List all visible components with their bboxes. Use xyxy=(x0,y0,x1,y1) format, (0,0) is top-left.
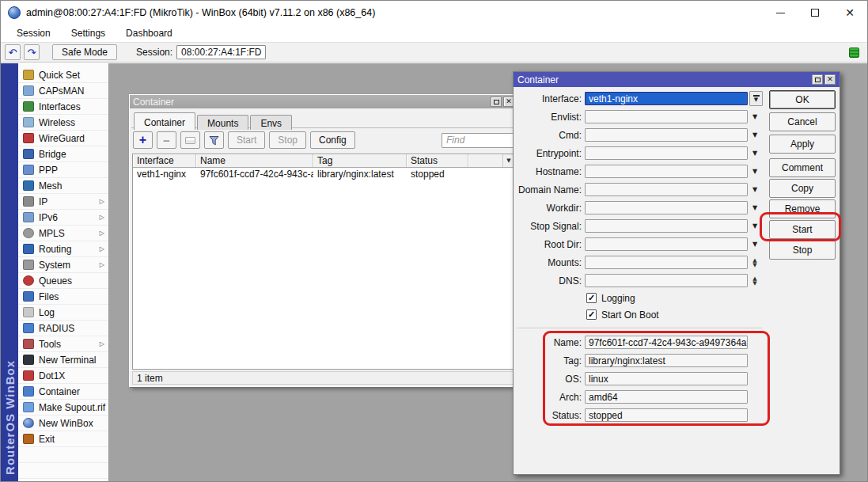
session-field[interactable]: 08:00:27:A4:1F:FD xyxy=(176,45,266,59)
domain-name-field[interactable] xyxy=(585,183,748,196)
maximize-icon xyxy=(811,9,819,17)
sidebar-item-container[interactable]: Container xyxy=(18,384,108,400)
stop-button[interactable]: Stop xyxy=(769,241,836,260)
sidebar-item-interfaces[interactable]: Interfaces xyxy=(18,99,108,115)
app-body: RouterOS WinBox Quick Set CAPsMAN Interf… xyxy=(1,63,867,481)
dropdown-arrow-icon[interactable]: ▼ xyxy=(748,113,762,120)
safe-mode-button[interactable]: Safe Mode xyxy=(52,44,117,60)
sidebar-item-dot1x[interactable]: Dot1X xyxy=(18,368,108,384)
queues-icon xyxy=(23,275,34,286)
dns-field[interactable] xyxy=(585,274,748,287)
menubar: Session Settings Dashboard xyxy=(1,25,867,42)
mounts-field[interactable] xyxy=(585,256,748,269)
stop-signal-field[interactable] xyxy=(585,219,748,233)
dropdown-arrow-icon[interactable]: ▼ xyxy=(748,131,762,139)
maximize-button[interactable] xyxy=(798,1,832,25)
menu-dashboard[interactable]: Dashboard xyxy=(118,26,180,41)
copy-button[interactable]: Copy xyxy=(769,179,836,198)
dropdown-arrow-icon[interactable]: ▼ xyxy=(748,150,762,157)
workdir-field[interactable] xyxy=(585,201,748,214)
sidebar-item-new-winbox[interactable]: New WinBox xyxy=(18,416,108,431)
filter-button[interactable] xyxy=(204,131,224,149)
comment-button[interactable]: Comment xyxy=(769,158,836,177)
start-button[interactable]: Start xyxy=(769,220,836,239)
sidebar-item-log[interactable]: Log xyxy=(18,305,108,321)
radius-user-icon xyxy=(23,323,34,333)
sidebar-item-routing[interactable]: Routing▷ xyxy=(18,241,108,257)
sidebar-item-tools[interactable]: Tools▷ xyxy=(18,336,108,352)
checkbox-checked-icon[interactable]: ✓ xyxy=(586,293,597,303)
sidebar-item-exit[interactable]: Exit xyxy=(18,431,108,447)
close-button[interactable]: ✕ xyxy=(832,1,867,25)
updown-arrows-icon[interactable]: ▲▼ xyxy=(748,276,762,286)
comment-button[interactable] xyxy=(180,131,200,149)
sidebar-item-wireless[interactable]: Wireless xyxy=(18,115,108,131)
column-header-interface[interactable]: Interface xyxy=(133,154,196,167)
sidebar-item-capsman[interactable]: CAPsMAN xyxy=(18,83,108,99)
wireguard-icon xyxy=(23,133,34,143)
sidebar-item-ipv6[interactable]: IPv6▷ xyxy=(18,210,108,226)
sidebar-item-radius[interactable]: RADIUS xyxy=(18,321,108,336)
sidebar-item-new-terminal[interactable]: New Terminal xyxy=(18,352,108,368)
sidebar-item-ip[interactable]: IP▷ xyxy=(18,194,108,210)
app-toolbar: ↶ ↷ Safe Mode Session: 08:00:27:A4:1F:FD xyxy=(1,42,867,63)
interface-label: Interface: xyxy=(515,93,582,104)
sidebar-item-ppp[interactable]: PPP xyxy=(18,162,108,178)
restore-button[interactable] xyxy=(491,97,502,107)
sidebar-item-bridge[interactable]: Bridge xyxy=(18,146,108,162)
close-button[interactable]: ✕ xyxy=(824,74,836,85)
redo-button[interactable]: ↷ xyxy=(24,44,40,60)
cmd-field[interactable] xyxy=(585,128,748,142)
logging-checkbox-row[interactable]: ✓Logging xyxy=(586,292,840,304)
find-input[interactable] xyxy=(442,133,514,148)
sidebar-item-queues[interactable]: Queues xyxy=(18,273,108,289)
restore-button[interactable] xyxy=(812,74,823,85)
start-button[interactable]: Start xyxy=(228,131,265,149)
sidebar-item-mpls[interactable]: MPLS▷ xyxy=(18,226,108,241)
root-dir-field[interactable] xyxy=(585,237,748,251)
add-button[interactable]: + xyxy=(133,131,153,149)
config-button[interactable]: Config xyxy=(310,131,355,149)
dropdown-arrow-icon[interactable]: ▼ xyxy=(748,168,762,175)
tab-mounts[interactable]: Mounts xyxy=(197,115,248,130)
ok-button[interactable]: OK xyxy=(769,90,836,109)
interface-dropdown-button[interactable]: ▼ xyxy=(749,91,763,106)
dropdown-arrow-icon[interactable]: ▼ xyxy=(748,222,762,230)
sidebar-item-system[interactable]: System▷ xyxy=(18,257,108,273)
hostname-field[interactable] xyxy=(585,165,748,178)
sidebar-item-wireguard[interactable]: WireGuard xyxy=(18,131,108,146)
menu-session[interactable]: Session xyxy=(9,26,59,41)
remove-button[interactable]: − xyxy=(157,131,176,149)
dialog-titlebar[interactable]: Container ✕ xyxy=(514,72,840,87)
apply-button[interactable]: Apply xyxy=(769,135,836,154)
close-icon: ✕ xyxy=(845,7,855,18)
interface-field[interactable]: veth1-nginx xyxy=(585,92,748,105)
stop-button[interactable]: Stop xyxy=(269,131,306,149)
updown-arrows-icon[interactable]: ▲▼ xyxy=(748,258,762,268)
start-on-boot-checkbox-row[interactable]: ✓Start On Boot xyxy=(586,309,840,321)
sidebar-item-windows[interactable]: Windows▷ xyxy=(18,479,108,481)
menu-settings[interactable]: Settings xyxy=(63,26,113,41)
dropdown-arrow-icon[interactable]: ▼ xyxy=(748,241,762,248)
minimize-button[interactable] xyxy=(763,1,798,25)
sidebar-item-make-supout[interactable]: Make Supout.rif xyxy=(18,400,108,416)
checkbox-checked-icon[interactable]: ✓ xyxy=(586,309,597,320)
envlist-field[interactable] xyxy=(585,110,748,123)
undo-button[interactable]: ↶ xyxy=(5,44,21,60)
submenu-arrow-icon: ▷ xyxy=(100,230,104,237)
sidebar-item-files[interactable]: Files xyxy=(18,289,108,305)
tab-container[interactable]: Container xyxy=(134,112,195,130)
column-header-name[interactable]: Name xyxy=(196,154,313,167)
container-list-titlebar[interactable]: Container ✕ xyxy=(130,95,517,108)
dropdown-arrow-icon[interactable]: ▼ xyxy=(748,204,762,211)
dropdown-arrow-icon[interactable]: ▼ xyxy=(748,186,762,193)
remove-button[interactable]: Remove xyxy=(769,199,836,218)
column-header-status[interactable]: Status xyxy=(407,154,468,167)
sidebar-item-mesh[interactable]: Mesh xyxy=(18,178,108,194)
entrypoint-field[interactable] xyxy=(585,146,748,160)
column-header-tag[interactable]: Tag xyxy=(313,154,407,167)
sidebar-item-quick-set[interactable]: Quick Set xyxy=(18,67,108,83)
cancel-button[interactable]: Cancel xyxy=(769,112,836,131)
table-row[interactable]: veth1-nginx 97fc601f-ccd7-42c4-943c-a...… xyxy=(133,168,514,180)
tab-envs[interactable]: Envs xyxy=(250,115,292,130)
